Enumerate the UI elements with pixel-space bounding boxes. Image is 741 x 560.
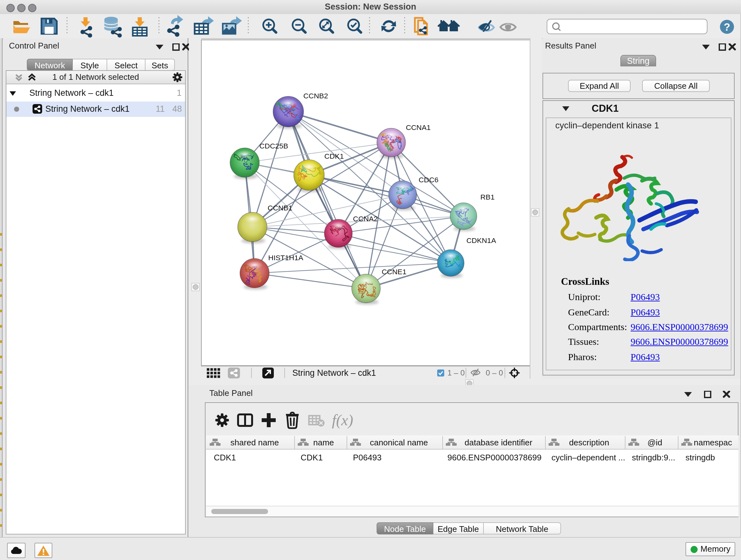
svg-text:CDK1: CDK1 [324,152,344,160]
svg-text:1 – 0: 1 – 0 [448,368,465,377]
svg-text:stringdb:9...: stringdb:9... [632,453,675,462]
svg-text:CDC25B: CDC25B [259,142,288,150]
svg-text:RB1: RB1 [480,193,495,201]
svg-text:0 – 0: 0 – 0 [486,368,503,377]
svg-text:CDKN1A: CDKN1A [466,236,496,245]
svg-text:namespac: namespac [694,438,732,447]
svg-text:database identifier: database identifier [465,438,533,447]
svg-text:@id: @id [648,438,663,447]
svg-text:description: description [569,438,609,447]
svg-text:?: ? [724,21,730,33]
svg-text:CCNA2: CCNA2 [353,214,378,223]
svg-text:canonical name: canonical name [370,438,428,447]
svg-text:CCNB1: CCNB1 [268,204,293,212]
svg-text:shared name: shared name [230,438,279,447]
svg-text:f(x): f(x) [332,412,353,429]
svg-text:P06493: P06493 [353,453,382,462]
svg-text:CDC6: CDC6 [419,176,439,184]
svg-text:cyclin–dependent ...: cyclin–dependent ... [551,453,625,462]
svg-text:HIST1H1A: HIST1H1A [268,253,304,262]
svg-text:CDK1: CDK1 [300,453,323,462]
svg-text:stringdb: stringdb [685,453,715,462]
svg-text:9606.ENSP00000378699: 9606.ENSP00000378699 [448,453,542,462]
svg-text:CDK1: CDK1 [214,453,236,462]
svg-text:CCNE1: CCNE1 [382,267,407,276]
svg-text:String Network – cdk1: String Network – cdk1 [292,368,376,378]
svg-text:CCNB2: CCNB2 [303,91,328,100]
svg-text:CCNA1: CCNA1 [406,123,431,132]
svg-text:name: name [313,438,334,447]
